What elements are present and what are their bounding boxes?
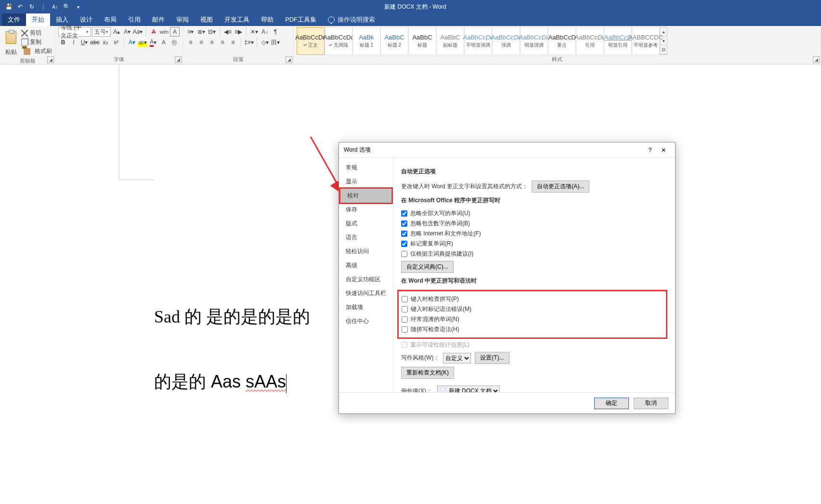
office-chk-4[interactable]: 仅根据主词典提供建议(I) xyxy=(401,250,667,258)
nav-item-轻松访问[interactable]: 轻松访问 xyxy=(339,245,393,258)
nav-item-信任中心[interactable]: 信任中心 xyxy=(339,314,393,328)
copy-button[interactable]: 复制 xyxy=(21,38,52,47)
tab-file[interactable]: 文件 xyxy=(2,13,26,26)
justify-button[interactable]: ≡ xyxy=(218,38,227,47)
shading-button[interactable]: ◇▾ xyxy=(260,38,270,47)
custom-dict-button[interactable]: 自定义词典(C)... xyxy=(401,261,454,273)
font-size-combo[interactable]: 五号▾ xyxy=(92,27,111,37)
style-item-6[interactable]: AaBbCcDc不明显强调 xyxy=(464,27,492,55)
paste-label[interactable]: 粘贴 xyxy=(5,48,17,56)
italic-button[interactable]: I xyxy=(69,38,78,47)
bullets-button[interactable]: ≡▾ xyxy=(186,27,195,37)
print-preview-icon[interactable]: 🔍 xyxy=(62,2,71,12)
nav-item-常规[interactable]: 常规 xyxy=(339,161,393,175)
tab-mailings[interactable]: 邮件 xyxy=(146,13,170,26)
style-item-7[interactable]: AaBbCcDc强调 xyxy=(492,27,520,55)
undo-icon[interactable]: ↶ xyxy=(15,2,25,12)
line-spacing-button[interactable]: ‡≡▾ xyxy=(244,38,254,47)
text-effects-button[interactable]: A▾ xyxy=(127,38,137,47)
redo-icon[interactable]: ↻ xyxy=(27,2,37,12)
office-chk-2[interactable]: 忽略 Internet 和文件地址(F) xyxy=(401,230,667,238)
grow-font-button[interactable]: A▴ xyxy=(112,27,121,37)
multilevel-button[interactable]: ⊟▾ xyxy=(207,27,217,37)
word-chk-3[interactable]: 随拼写检查语法(H) xyxy=(402,325,663,334)
highlight-button[interactable]: ab▾ xyxy=(138,38,147,47)
font-launcher[interactable]: ◢ xyxy=(175,56,182,63)
cut-button[interactable]: 剪切 xyxy=(21,29,52,38)
align-center-button[interactable]: ≡ xyxy=(196,38,206,47)
tab-developer[interactable]: 开发工具 xyxy=(219,13,255,26)
sort-button[interactable]: A↓ xyxy=(260,27,270,37)
tell-me-search[interactable]: 操作说明搜索 xyxy=(322,13,381,26)
decrease-indent-button[interactable]: ◀≡ xyxy=(223,27,233,37)
phonetic-button[interactable]: wén xyxy=(159,27,169,37)
tab-help[interactable]: 帮助 xyxy=(255,13,279,26)
font-name-combo[interactable]: 等线 (中文正文▾ xyxy=(58,27,91,37)
strike-button[interactable]: abc xyxy=(90,38,100,47)
subscript-button[interactable]: x₂ xyxy=(101,38,110,47)
bold-button[interactable]: B xyxy=(58,38,68,47)
word-chk-0[interactable]: 键入时检查拼写(P) xyxy=(402,295,663,303)
nav-item-自定义功能区[interactable]: 自定义功能区 xyxy=(339,272,393,286)
style-item-2[interactable]: AaBk标题 1 xyxy=(352,27,380,55)
ok-button[interactable]: 确定 xyxy=(594,398,629,409)
paste-button[interactable] xyxy=(3,27,19,48)
touch-mode-icon[interactable]: A↕ xyxy=(50,2,60,12)
styles-launcher[interactable]: ◢ xyxy=(813,56,820,63)
style-item-4[interactable]: AaBbC标题 xyxy=(408,27,436,55)
format-painter-button[interactable]: 格式刷 xyxy=(21,47,52,56)
document-line-2[interactable]: 的是的 Aas sAAs xyxy=(154,370,287,394)
recheck-doc-button[interactable]: 重新检查文档(K) xyxy=(401,367,454,379)
dialog-help-button[interactable]: ? xyxy=(643,143,657,157)
style-item-3[interactable]: AaBbC标题 2 xyxy=(380,27,408,55)
shrink-font-button[interactable]: A▾ xyxy=(122,27,132,37)
show-marks-button[interactable]: ¶ xyxy=(271,27,280,37)
cancel-button[interactable]: 取消 xyxy=(634,398,668,409)
enclose-char-button[interactable]: ㊞ xyxy=(169,38,179,47)
exceptions-doc-select[interactable]: 📄 新建 DOCX 文档 xyxy=(437,386,500,392)
font-color-button[interactable]: A▾ xyxy=(148,38,158,47)
nav-item-快速访问工具栏[interactable]: 快速访问工具栏 xyxy=(339,286,393,300)
tab-layout[interactable]: 布局 xyxy=(98,13,122,26)
tab-view[interactable]: 视图 xyxy=(195,13,219,26)
clipboard-launcher[interactable]: ◢ xyxy=(47,56,54,63)
char-border-button[interactable]: A xyxy=(170,27,180,37)
qat-customize-icon[interactable]: ▾ xyxy=(73,2,83,12)
char-shading-button[interactable]: A xyxy=(159,38,169,47)
tab-home[interactable]: 开始 xyxy=(26,13,50,26)
save-icon[interactable]: 💾 xyxy=(4,2,13,12)
office-chk-3[interactable]: 标记重复单词(R) xyxy=(401,240,667,248)
style-item-1[interactable]: AaBbCcDc↵ 无间隔 xyxy=(325,27,352,55)
align-right-button[interactable]: ≡ xyxy=(207,38,217,47)
writing-style-settings-button[interactable]: 设置(T)... xyxy=(475,352,509,364)
style-item-9[interactable]: AaBbCcD要点 xyxy=(548,27,576,55)
writing-style-select[interactable]: 自定义 xyxy=(443,353,471,363)
change-case-button[interactable]: Aa▾ xyxy=(133,27,143,37)
style-item-10[interactable]: AaBbCcDc引用 xyxy=(576,27,604,55)
office-chk-0[interactable]: 忽略全部大写的单词(U) xyxy=(401,209,667,218)
nav-item-高级[interactable]: 高级 xyxy=(339,258,393,272)
nav-item-显示[interactable]: 显示 xyxy=(339,175,393,189)
nav-item-校对[interactable]: 校对 xyxy=(340,189,391,203)
word-chk-2[interactable]: 经常混淆的单词(N) xyxy=(402,315,663,323)
nav-item-保存[interactable]: 保存 xyxy=(339,203,393,217)
gallery-scroll[interactable]: ▴▾⊟ xyxy=(660,27,667,55)
autocorrect-options-button[interactable]: 自动更正选项(A)... xyxy=(532,181,589,193)
paragraph-launcher[interactable]: ◢ xyxy=(286,56,292,63)
tab-references[interactable]: 引用 xyxy=(122,13,146,26)
tab-pdf[interactable]: PDF工具集 xyxy=(279,13,322,26)
nav-item-加载项[interactable]: 加载项 xyxy=(339,300,393,314)
document-line-1[interactable]: Sad 的 是的是的是的 xyxy=(154,305,310,329)
tab-review[interactable]: 审阅 xyxy=(170,13,195,26)
nav-item-语言[interactable]: 语言 xyxy=(339,231,393,245)
underline-button[interactable]: U▾ xyxy=(79,38,89,47)
distribute-button[interactable]: ≡ xyxy=(228,38,238,47)
style-item-8[interactable]: AaBbCcDc明显强调 xyxy=(520,27,548,55)
office-chk-1[interactable]: 忽略包含数字的单词(B) xyxy=(401,220,667,228)
numbering-button[interactable]: ≣▾ xyxy=(196,27,206,37)
word-chk-1[interactable]: 键入时标记语法错误(M) xyxy=(402,305,663,313)
borders-button[interactable]: 田▾ xyxy=(271,38,280,47)
style-item-5[interactable]: AaBbC副标题 xyxy=(436,27,464,55)
style-item-11[interactable]: AaBbCcD明显引用 xyxy=(604,27,632,55)
align-left-button[interactable]: ≡ xyxy=(186,38,195,47)
